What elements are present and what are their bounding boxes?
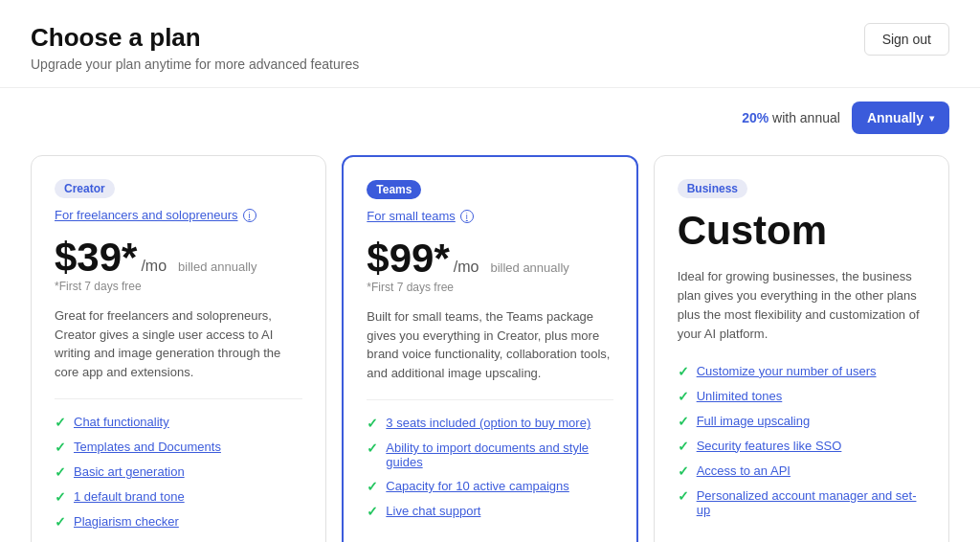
business-description: Ideal for growing businesses, the busine… [678, 267, 925, 345]
teams-audience[interactable]: For small teams i [367, 209, 612, 223]
teams-description: Built for small teams, the Teams package… [367, 307, 612, 382]
creator-plan-card: Creator For freelancers and solopreneurs… [31, 155, 326, 542]
list-item: ✓3 seats included (option to buy more) [367, 416, 612, 431]
list-item: ✓Personalized account manager and set-up [678, 488, 925, 517]
check-icon: ✓ [55, 514, 66, 530]
list-item: ✓Unlimited tones [678, 389, 925, 404]
teams-price: $99* [367, 238, 449, 279]
list-item: ✓Basic art generation [55, 464, 302, 480]
chevron-down-icon: ▾ [929, 113, 934, 124]
header-title-area: Choose a plan Upgrade your plan anytime … [31, 23, 359, 72]
business-features-list: ✓Customize your number of users ✓Unlimit… [678, 364, 925, 517]
creator-badge: Creator [55, 179, 115, 198]
annually-label: Annually [867, 110, 924, 125]
check-icon: ✓ [678, 364, 689, 379]
check-icon: ✓ [678, 414, 689, 429]
business-badge: Business [678, 179, 747, 198]
annually-button[interactable]: Annually ▾ [852, 102, 949, 134]
list-item: ✓Chat functionality [55, 415, 302, 430]
creator-billing: billed annually [178, 260, 256, 274]
creator-features-list: ✓Chat functionality ✓Templates and Docum… [55, 415, 302, 530]
teams-features-list: ✓3 seats included (option to buy more) ✓… [367, 416, 612, 519]
check-icon: ✓ [678, 439, 689, 454]
check-icon: ✓ [678, 488, 689, 504]
list-item: ✓Ability to import documents and style g… [367, 440, 612, 469]
plans-container: Creator For freelancers and solopreneurs… [0, 147, 980, 542]
check-icon: ✓ [367, 504, 378, 519]
page-subtitle: Upgrade your plan anytime for more advan… [31, 56, 359, 72]
teams-info-icon: i [460, 210, 474, 223]
check-icon: ✓ [55, 464, 66, 480]
creator-price-unit: /mo [141, 258, 167, 275]
sign-out-button[interactable]: Sign out [864, 23, 949, 56]
list-item: ✓Capacity for 10 active campaigns [367, 479, 612, 494]
save-percent: 20% [742, 110, 768, 125]
creator-description: Great for freelancers and solopreneurs, … [55, 306, 302, 381]
business-plan-card: Business Custom Ideal for growing busine… [654, 155, 949, 542]
check-icon: ✓ [678, 463, 689, 479]
teams-price-note: *First 7 days free [367, 281, 612, 294]
teams-badge: Teams [367, 180, 421, 199]
check-icon: ✓ [55, 415, 66, 430]
list-item: ✓Security features like SSO [678, 439, 925, 454]
check-icon: ✓ [367, 479, 378, 494]
list-item: ✓Plagiarism checker [55, 514, 302, 530]
teams-billing: billed annually [490, 260, 568, 275]
list-item: ✓Access to an API [678, 463, 925, 479]
billing-toggle-row: 20% with annual Annually ▾ [0, 88, 980, 147]
creator-price: $39* [55, 237, 137, 278]
creator-info-icon: i [243, 209, 256, 222]
teams-plan-card: Teams For small teams i $99* /mo billed … [342, 155, 637, 542]
page-title: Choose a plan [31, 23, 359, 53]
save-text: 20% with annual [742, 110, 840, 125]
check-icon: ✓ [367, 416, 378, 431]
creator-price-row: $39* /mo billed annually [55, 237, 302, 278]
check-icon: ✓ [367, 440, 378, 456]
business-price: Custom [678, 208, 925, 254]
check-icon: ✓ [55, 440, 66, 455]
check-icon: ✓ [55, 489, 66, 505]
page-header: Choose a plan Upgrade your plan anytime … [0, 0, 980, 88]
teams-price-unit: /mo [454, 259, 479, 276]
list-item: ✓Live chat support [367, 504, 612, 519]
list-item: ✓Templates and Documents [55, 440, 302, 455]
list-item: ✓Full image upscaling [678, 414, 925, 429]
teams-price-row: $99* /mo billed annually [367, 238, 612, 279]
check-icon: ✓ [678, 389, 689, 404]
list-item: ✓Customize your number of users [678, 364, 925, 379]
creator-price-note: *First 7 days free [55, 280, 302, 293]
creator-audience[interactable]: For freelancers and solopreneurs i [55, 208, 302, 222]
list-item: ✓1 default brand tone [55, 489, 302, 505]
